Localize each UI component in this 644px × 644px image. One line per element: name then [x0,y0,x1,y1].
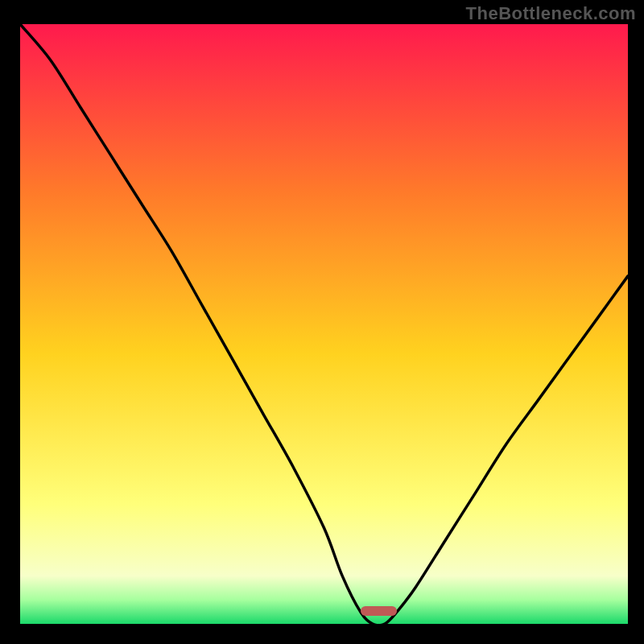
plot-area [20,24,628,624]
bottleneck-curve [20,24,628,624]
chart-frame: TheBottleneck.com [0,0,644,644]
attribution-text: TheBottleneck.com [466,3,636,24]
optimal-marker [361,606,397,616]
curve-layer [20,24,628,624]
